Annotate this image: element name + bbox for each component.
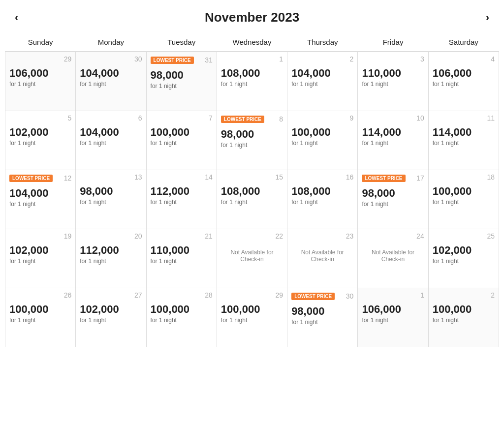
price-sub: for 1 night [362,81,424,88]
calendar-cell[interactable]: 3110,000for 1 night [358,52,428,111]
calendar-cell[interactable]: 2104,000for 1 night [287,52,358,111]
weekday-header-tuesday: Tuesday [146,34,217,52]
lowest-price-badge: LOWEST PRICE [362,175,405,182]
day-number: 1 [279,55,283,63]
day-number: 9 [350,114,354,122]
calendar-header: ‹ November 2023 › [5,10,499,25]
calendar-cell[interactable]: 20112,000for 1 night [76,229,146,288]
not-available-text: Not Available for Check-in [221,249,283,263]
price-sub: for 1 night [151,140,213,147]
price-sub: for 1 night [80,258,142,265]
price-sub: for 1 night [221,199,283,206]
calendar-cell[interactable]: 15108,000for 1 night [217,170,287,229]
price-sub: for 1 night [291,199,353,206]
calendar-grid: SundayMondayTuesdayWednesdayThursdayFrid… [5,34,499,347]
price-sub: for 1 night [151,83,213,90]
day-number: 30 [134,55,142,63]
calendar-cell[interactable]: 19102,000for 1 night [5,229,76,288]
calendar-cell[interactable]: 23Not Available for Check-in [287,229,358,288]
price-main: 110,000 [151,244,213,257]
calendar-cell[interactable]: 29100,000for 1 night [217,288,287,347]
calendar-cell[interactable]: 30104,000for 1 night [76,52,146,111]
price-main: 98,000 [221,128,283,141]
lowest-price-badge: LOWEST PRICE [291,293,335,300]
calendar-cell[interactable]: 1106,000for 1 night [358,288,428,347]
day-number: 17 [416,174,424,182]
weekday-header-thursday: Thursday [287,34,358,52]
calendar-cell[interactable]: 9100,000for 1 night [287,111,358,170]
day-number: 2 [491,291,495,299]
day-number: 29 [276,291,284,299]
calendar-cell[interactable]: LOWEST PRICE12104,000for 1 night [5,170,76,229]
calendar-cell[interactable]: 14112,000for 1 night [146,170,217,229]
calendar-cell[interactable]: 4106,000for 1 night [428,52,499,111]
calendar-cell[interactable]: 29106,000for 1 night [5,52,76,111]
calendar-cell[interactable]: 27102,000for 1 night [76,288,146,347]
prev-month-button[interactable]: ‹ [10,9,23,26]
calendar-cell[interactable]: 22Not Available for Check-in [217,229,287,288]
day-number: 23 [346,232,354,240]
day-number: 22 [276,232,284,240]
price-main: 100,000 [151,303,213,316]
price-main: 98,000 [362,187,424,200]
lowest-price-badge: LOWEST PRICE [151,57,194,64]
calendar-cell[interactable]: 11114,000for 1 night [428,111,499,170]
calendar-cell[interactable]: 1108,000for 1 night [217,52,287,111]
calendar-cell[interactable]: LOWEST PRICE1798,000for 1 night [358,170,428,229]
calendar-cell[interactable]: 24Not Available for Check-in [358,229,428,288]
price-main: 102,000 [9,244,71,257]
calendar-cell[interactable]: LOWEST PRICE898,000for 1 night [217,111,287,170]
price-main: 104,000 [291,67,353,80]
day-number: 24 [416,232,424,240]
weekday-header-sunday: Sunday [5,34,76,52]
calendar-cell[interactable]: LOWEST PRICE3198,000for 1 night [146,52,217,111]
calendar-cell[interactable]: 21110,000for 1 night [146,229,217,288]
calendar-cell[interactable]: 5102,000for 1 night [5,111,76,170]
calendar-cell[interactable]: 16108,000for 1 night [287,170,358,229]
calendar-cell[interactable]: LOWEST PRICE3098,000for 1 night [287,288,358,347]
price-main: 110,000 [362,67,424,80]
calendar-cell[interactable]: 2100,000for 1 night [428,288,499,347]
calendar-cell[interactable]: 28100,000for 1 night [146,288,217,347]
day-number: 8 [279,115,283,123]
day-number: 31 [205,56,213,64]
price-sub: for 1 night [433,140,495,147]
price-main: 108,000 [221,67,283,80]
day-number: 20 [134,232,142,240]
calendar-cell[interactable]: 25102,000for 1 night [428,229,499,288]
day-number: 12 [64,174,72,182]
price-sub: for 1 night [151,199,213,206]
day-number: 11 [487,114,495,122]
weekday-header-wednesday: Wednesday [217,34,287,52]
price-main: 114,000 [433,126,495,139]
day-number: 2 [350,55,354,63]
lowest-price-badge: LOWEST PRICE [221,116,264,123]
calendar-cell[interactable]: 18100,000for 1 night [428,170,499,229]
price-main: 98,000 [151,69,213,82]
calendar-cell[interactable]: 7100,000for 1 night [146,111,217,170]
day-number: 27 [134,291,142,299]
calendar-cell[interactable]: 6104,000for 1 night [76,111,146,170]
price-main: 100,000 [151,126,213,139]
next-month-button[interactable]: › [481,9,494,26]
price-sub: for 1 night [9,317,71,324]
day-number: 5 [67,114,71,122]
weekday-header-friday: Friday [358,34,428,52]
calendar-cell[interactable]: 1398,000for 1 night [76,170,146,229]
price-main: 108,000 [221,185,283,198]
price-main: 100,000 [433,185,495,198]
weekday-header-monday: Monday [76,34,146,52]
price-sub: for 1 night [9,140,71,147]
calendar-cell[interactable]: 10114,000for 1 night [358,111,428,170]
price-main: 102,000 [433,244,495,257]
day-number: 10 [416,114,424,122]
not-available-text: Not Available for Check-in [291,249,353,263]
price-sub: for 1 night [291,319,353,326]
price-main: 106,000 [433,67,495,80]
calendar-title: November 2023 [205,10,299,25]
price-main: 100,000 [433,303,495,316]
price-sub: for 1 night [291,81,353,88]
price-sub: for 1 night [80,81,142,88]
calendar-cell[interactable]: 26100,000for 1 night [5,288,76,347]
price-main: 112,000 [80,244,142,257]
